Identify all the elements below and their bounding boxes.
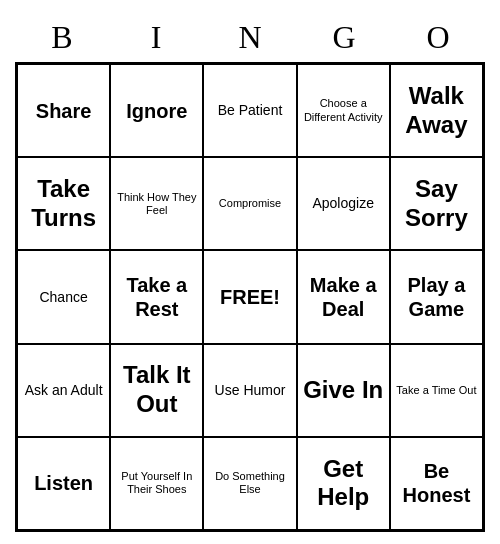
bingo-cell: Ignore: [110, 64, 203, 157]
bingo-cell: Apologize: [297, 157, 390, 250]
bingo-cell: Use Humor: [203, 344, 296, 437]
bingo-cell: Take Turns: [17, 157, 110, 250]
bingo-card: BINGO ShareIgnoreBe PatientChoose a Diff…: [15, 12, 485, 532]
bingo-cell: Be Patient: [203, 64, 296, 157]
bingo-cell: Take a Time Out: [390, 344, 483, 437]
bingo-grid: ShareIgnoreBe PatientChoose a Different …: [15, 62, 485, 532]
bingo-cell: Compromise: [203, 157, 296, 250]
bingo-cell: Play a Game: [390, 250, 483, 343]
bingo-cell: Choose a Different Activity: [297, 64, 390, 157]
bingo-cell: Share: [17, 64, 110, 157]
bingo-cell: Get Help: [297, 437, 390, 530]
header-letter: I: [109, 12, 203, 62]
header-letter: G: [297, 12, 391, 62]
bingo-cell: Give In: [297, 344, 390, 437]
bingo-row: Ask an AdultTalk It OutUse HumorGive InT…: [17, 344, 483, 437]
bingo-row: ShareIgnoreBe PatientChoose a Different …: [17, 64, 483, 157]
bingo-cell: Walk Away: [390, 64, 483, 157]
bingo-cell: Chance: [17, 250, 110, 343]
bingo-header: BINGO: [15, 12, 485, 62]
bingo-cell: Do Something Else: [203, 437, 296, 530]
bingo-cell: Ask an Adult: [17, 344, 110, 437]
header-letter: B: [15, 12, 109, 62]
bingo-row: ChanceTake a RestFREE!Make a DealPlay a …: [17, 250, 483, 343]
bingo-cell: Listen: [17, 437, 110, 530]
bingo-cell: Think How They Feel: [110, 157, 203, 250]
bingo-cell: Put Yourself In Their Shoes: [110, 437, 203, 530]
header-letter: N: [203, 12, 297, 62]
bingo-row: ListenPut Yourself In Their ShoesDo Some…: [17, 437, 483, 530]
bingo-row: Take TurnsThink How They FeelCompromiseA…: [17, 157, 483, 250]
bingo-cell: Take a Rest: [110, 250, 203, 343]
bingo-cell: Say Sorry: [390, 157, 483, 250]
bingo-cell: FREE!: [203, 250, 296, 343]
bingo-cell: Make a Deal: [297, 250, 390, 343]
header-letter: O: [391, 12, 485, 62]
bingo-cell: Be Honest: [390, 437, 483, 530]
bingo-cell: Talk It Out: [110, 344, 203, 437]
